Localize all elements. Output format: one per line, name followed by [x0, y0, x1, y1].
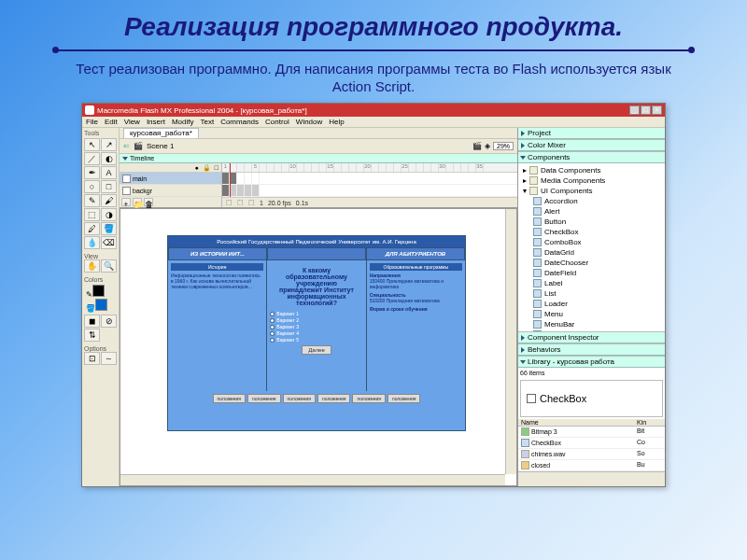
chip[interactable]: положения: [317, 394, 350, 403]
library-columns[interactable]: NameKin: [518, 419, 665, 427]
zoom-tool[interactable]: 🔍: [101, 259, 117, 273]
text-tool[interactable]: A: [101, 166, 117, 179]
comp-item[interactable]: DateField: [520, 268, 663, 278]
stage-tab-3[interactable]: ДЛЯ АБИТУРИЕНТОВ: [366, 247, 465, 260]
panel-colormixer[interactable]: Color Mixer: [518, 140, 665, 151]
comp-item[interactable]: NumericStepper: [520, 329, 663, 331]
swap-button[interactable]: ⇅: [84, 329, 100, 342]
doc-tab[interactable]: курсовая_работа*: [123, 128, 199, 138]
menu-help[interactable]: Help: [329, 118, 344, 126]
rect-tool[interactable]: □: [101, 180, 117, 193]
edit-scene-icon[interactable]: 🎬: [472, 142, 482, 150]
maximize-button[interactable]: □: [641, 105, 651, 115]
library-row[interactable]: chimes.wavSo: [518, 449, 665, 460]
panel-library[interactable]: Library - курсовая работа: [518, 357, 665, 368]
delete-layer-button[interactable]: 🗑: [144, 198, 153, 206]
fill-transform-tool[interactable]: ◑: [101, 208, 117, 221]
menu-window[interactable]: Window: [296, 118, 322, 126]
library-row[interactable]: Bitmap 3Bit: [518, 427, 665, 438]
library-row[interactable]: closedBu: [518, 460, 665, 471]
fill-swatch[interactable]: [95, 299, 107, 311]
pen-tool[interactable]: ✒: [84, 166, 100, 179]
layer-backgr[interactable]: backgr: [120, 185, 221, 197]
edit-symbol-icon[interactable]: ◈: [485, 142, 490, 150]
next-button[interactable]: Далее: [302, 345, 331, 355]
menu-file[interactable]: File: [86, 118, 98, 126]
menu-edit[interactable]: Edit: [105, 118, 118, 126]
scene-name[interactable]: Scene 1: [147, 142, 174, 150]
stage-area[interactable]: Российский Государственный Педагогически…: [120, 208, 517, 486]
menu-commands[interactable]: Commands: [220, 118, 259, 126]
eyedropper-tool[interactable]: 💧: [84, 236, 100, 249]
panel-project[interactable]: Project: [518, 128, 665, 139]
lasso-tool[interactable]: ◐: [101, 152, 117, 165]
ink-tool[interactable]: 🖊: [84, 222, 100, 235]
vertical-scrollbar[interactable]: [505, 209, 516, 474]
hand-tool[interactable]: ✋: [84, 259, 100, 273]
comp-item[interactable]: List: [520, 288, 663, 299]
comp-item[interactable]: Loader: [520, 299, 663, 309]
comp-item[interactable]: Label: [520, 278, 663, 288]
panel-components[interactable]: Components: [518, 152, 665, 163]
bw-button[interactable]: ◼: [84, 315, 100, 328]
menu-modify[interactable]: Modify: [172, 118, 194, 126]
answer-5[interactable]: Вариант 5: [270, 337, 362, 343]
menu-text[interactable]: Text: [200, 118, 214, 126]
add-layer-button[interactable]: +: [121, 198, 131, 206]
add-folder-button[interactable]: 📁: [133, 198, 142, 206]
panel-behaviors[interactable]: Behaviors: [518, 344, 665, 356]
comp-item[interactable]: MenuBar: [520, 319, 663, 329]
eye-icon[interactable]: ●: [195, 164, 199, 171]
stage-tab-2[interactable]: [267, 247, 366, 260]
stroke-swatch[interactable]: [92, 285, 105, 297]
menu-view[interactable]: View: [124, 118, 140, 126]
comp-group[interactable]: ▸Data Components: [520, 165, 663, 175]
frames-area[interactable]: 1 5 10 15 20 25 30 35 ⬚⬚⬚ 1: [222, 163, 517, 207]
comp-group[interactable]: ▸Media Components: [520, 175, 663, 186]
comp-item[interactable]: CheckBox: [520, 227, 663, 237]
chip[interactable]: положения: [247, 394, 280, 403]
comp-item[interactable]: Menu: [520, 309, 663, 319]
arrow-tool[interactable]: ↖: [84, 138, 100, 151]
smooth-option[interactable]: ～: [101, 352, 117, 365]
comp-group[interactable]: ▾UI Components: [520, 186, 663, 196]
comp-item[interactable]: Accordion: [520, 196, 663, 206]
back-icon[interactable]: ⇐: [123, 142, 130, 150]
chip[interactable]: положения: [213, 394, 246, 403]
comp-item[interactable]: DataGrid: [520, 247, 663, 258]
library-row[interactable]: CheckBoxCo: [518, 438, 665, 449]
panel-inspector[interactable]: Component Inspector: [518, 332, 665, 343]
answer-4[interactable]: Вариант 4: [270, 330, 362, 336]
bucket-tool[interactable]: 🪣: [101, 222, 117, 235]
answer-3[interactable]: Вариант 3: [270, 324, 362, 329]
comp-item[interactable]: DateChooser: [520, 258, 663, 268]
outline-icon[interactable]: □: [215, 164, 218, 171]
close-button[interactable]: ×: [652, 105, 662, 115]
nocolor-button[interactable]: ⊘: [101, 315, 117, 328]
snap-option[interactable]: ⊡: [84, 352, 100, 365]
comp-item[interactable]: Alert: [520, 206, 663, 217]
horizontal-scrollbar[interactable]: [120, 474, 505, 485]
titlebar[interactable]: Macromedia Flash MX Professional 2004 - …: [82, 104, 665, 117]
oval-tool[interactable]: ○: [84, 180, 100, 193]
comp-item[interactable]: Button: [520, 217, 663, 227]
chip[interactable]: положения: [352, 394, 385, 403]
menu-control[interactable]: Control: [265, 118, 289, 126]
comp-item[interactable]: ComboBox: [520, 237, 663, 247]
zoom-field[interactable]: 29%: [493, 142, 514, 150]
chip[interactable]: положения: [388, 394, 420, 403]
layer-main[interactable]: main: [120, 173, 221, 185]
eraser-tool[interactable]: ⌫: [101, 236, 117, 249]
timeline-header[interactable]: Timeline: [120, 154, 517, 163]
chip[interactable]: положения: [283, 394, 316, 403]
transform-tool[interactable]: ⬚: [84, 208, 100, 221]
subselect-tool[interactable]: ↗: [101, 138, 117, 151]
line-tool[interactable]: ／: [84, 152, 100, 165]
brush-tool[interactable]: 🖌: [101, 194, 117, 207]
minimize-button[interactable]: _: [629, 105, 640, 115]
answer-2[interactable]: Вариант 2: [270, 317, 362, 323]
stage-tab-1[interactable]: ИЗ ИСТОРИИ ИИТ...: [168, 247, 267, 260]
answer-1[interactable]: Вариант 1: [270, 311, 362, 316]
menu-insert[interactable]: Insert: [147, 118, 165, 126]
lock-icon[interactable]: 🔒: [203, 164, 211, 172]
